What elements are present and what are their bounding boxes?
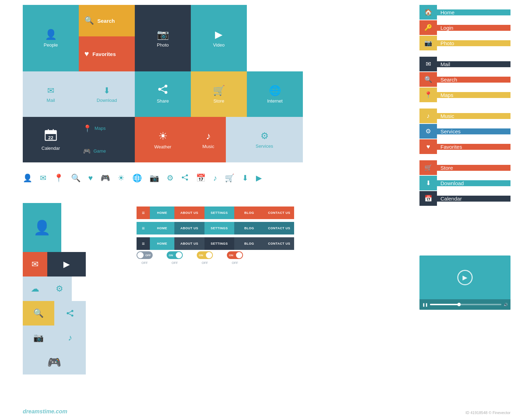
video-progress-fill (430, 304, 459, 305)
nav-bar-services[interactable]: ⚙ Services (419, 124, 510, 139)
toggle-2[interactable]: ON OFF (167, 251, 183, 265)
maps-nav-label: Maps (437, 92, 510, 98)
nav-menu-1[interactable]: ≡ HOME ABOUT US SETTINGS BLOG CONTACT US (137, 206, 294, 219)
menu3-home[interactable]: HOME (150, 237, 174, 250)
toggle-track-3[interactable]: ON (197, 251, 213, 259)
video-progress-bar[interactable] (430, 304, 501, 305)
menu1-settings[interactable]: SETTINGS (204, 206, 235, 219)
tile-share[interactable]: Share (135, 71, 191, 117)
nav-bar-favorites[interactable]: ♥ Favorites (419, 139, 510, 154)
share-icon (158, 85, 168, 96)
tile-favorites[interactable]: ♥ Favorites (79, 36, 135, 71)
nav-bar-search[interactable]: 🔍 Search (419, 72, 510, 87)
mail-icon: ✉ (47, 86, 54, 96)
bt-game[interactable]: 🎮 (23, 350, 86, 374)
main-tile-grid: 👤 People 🔍 Search ♥ Favorites 📷 Photo ▶ … (23, 5, 327, 162)
volume-icon[interactable]: 🔊 (503, 303, 508, 307)
favorites-nav-label: Favorites (437, 144, 510, 150)
menu2-blog[interactable]: BLOG (234, 222, 264, 234)
menu1-home[interactable]: HOME (150, 206, 174, 219)
bt-photo[interactable]: 📷 (23, 326, 54, 350)
bt-mail[interactable]: ✉ (23, 252, 47, 276)
nav-bar-calendar[interactable]: 📅 Calendar (419, 191, 510, 206)
photo-label: Photo (157, 42, 169, 48)
calendar-icon-row: 📅 (196, 174, 206, 183)
home-nav-label: Home (437, 9, 510, 15)
menu2-settings[interactable]: SETTINGS (204, 222, 235, 234)
toggle-track-1[interactable]: OFF (137, 251, 153, 259)
menu1-contact[interactable]: CONTACT US (264, 206, 294, 219)
tile-mail[interactable]: ✉ Mail (23, 71, 79, 117)
tile-download[interactable]: ⬇ Download (79, 71, 135, 117)
nav-bar-store[interactable]: 🛒 Store (419, 160, 510, 175)
maps-game-stack: 📍 Maps 🎮 Game (79, 117, 135, 162)
calendar-icon-nav: 📅 (419, 191, 437, 206)
login-nav-label: Login (437, 25, 510, 31)
menu3-blog[interactable]: BLOG (234, 237, 264, 250)
hamburger-icon-1[interactable]: ≡ (137, 206, 150, 219)
toggle-thumb-3 (206, 252, 212, 258)
menu2-items: HOME ABOUT US SETTINGS BLOG CONTACT US (150, 222, 294, 234)
menu1-about[interactable]: ABOUT US (174, 206, 204, 219)
cart-icon-row: 🛒 (225, 174, 234, 183)
nav-bar-photo[interactable]: 📷 Photo (419, 36, 510, 50)
photo-nav-label: Photo (437, 40, 510, 46)
tile-services[interactable]: ⚙ Services (226, 117, 303, 162)
search-label: Search (97, 18, 115, 24)
tile-internet[interactable]: 🌐 Internet (247, 71, 303, 117)
key-icon-nav: 🔑 (419, 20, 437, 35)
bt-share[interactable] (54, 301, 86, 326)
menu1-blog[interactable]: BLOG (234, 206, 264, 219)
toggle-track-2[interactable]: ON (167, 251, 183, 259)
nav-group-4: 🛒 Store ⬇ Download 📅 Calendar (419, 160, 510, 206)
menu2-about[interactable]: ABOUT US (174, 222, 204, 234)
nav-bar-home[interactable]: 🏠 Home (419, 5, 510, 20)
toggle-1[interactable]: OFF OFF (137, 251, 153, 265)
gamepad-icon-row: 🎮 (100, 174, 110, 183)
tile-game[interactable]: 🎮 Game (79, 140, 135, 162)
bt-video[interactable]: ▶ (47, 252, 86, 276)
play-icon-row: ▶ (256, 174, 262, 183)
video-pause-button[interactable]: ❚❚ (422, 303, 428, 307)
menu2-home[interactable]: HOME (150, 222, 174, 234)
bt-cloud[interactable]: ☁ (23, 276, 47, 301)
toggle-3[interactable]: ON OFF (197, 251, 213, 265)
menu3-contact[interactable]: CONTACT US (264, 237, 294, 250)
download-icon-nav: ⬇ (419, 176, 437, 190)
bt-music[interactable]: ♪ (54, 326, 86, 350)
nav-bar-maps[interactable]: 📍 Maps (419, 88, 510, 102)
tile-store[interactable]: 🛒 Store (191, 71, 247, 117)
tile-calendar[interactable]: 22 Calendar (23, 117, 79, 162)
nav-bar-mail[interactable]: ✉ Mail (419, 57, 510, 71)
menu3-about[interactable]: ABOUT US (174, 237, 204, 250)
tile-weather[interactable]: ☀ Weather (135, 117, 191, 162)
bt-settings[interactable]: ⚙ (47, 276, 72, 301)
tile-people[interactable]: 👤 People (23, 5, 79, 71)
nav-bar-login[interactable]: 🔑 Login (419, 20, 510, 35)
tile-photo[interactable]: 📷 Photo (135, 5, 191, 71)
nav-menu-3[interactable]: ≡ HOME ABOUT US SETTINGS BLOG CONTACT US (137, 237, 294, 250)
toggle-4[interactable]: ON OFF (227, 251, 243, 265)
tile-music[interactable]: ♪ Music (191, 117, 226, 162)
menu2-contact[interactable]: CONTACT US (264, 222, 294, 234)
internet-label: Internet (267, 98, 283, 104)
nav-bar-music[interactable]: ♪ Music (419, 108, 510, 123)
tile-video[interactable]: ▶ Video (191, 5, 247, 71)
hamburger-icon-3[interactable]: ≡ (137, 237, 150, 250)
tile-search[interactable]: 🔍 Search (79, 5, 135, 36)
nav-group-1: 🏠 Home 🔑 Login 📷 Photo (419, 5, 510, 50)
music-label: Music (202, 144, 214, 149)
nav-bar-download[interactable]: ⬇ Download (419, 176, 510, 190)
video-play-button[interactable]: ▶ (457, 270, 473, 285)
bt-people[interactable]: 👤 (23, 203, 61, 252)
menu3-settings[interactable]: SETTINGS (204, 237, 235, 250)
toggle-thumb-4 (236, 252, 242, 258)
hamburger-icon-2[interactable]: ≡ (137, 222, 150, 234)
tile-maps[interactable]: 📍 Maps (79, 117, 135, 140)
mail-icon-row: ✉ (40, 174, 46, 183)
svg-line-3 (160, 86, 166, 89)
nav-menu-2[interactable]: ≡ HOME ABOUT US SETTINGS BLOG CONTACT US (137, 222, 294, 234)
toggle-track-4[interactable]: ON (227, 251, 243, 259)
bt-search[interactable]: 🔍 (23, 301, 54, 326)
services-nav-label: Services (437, 128, 510, 134)
